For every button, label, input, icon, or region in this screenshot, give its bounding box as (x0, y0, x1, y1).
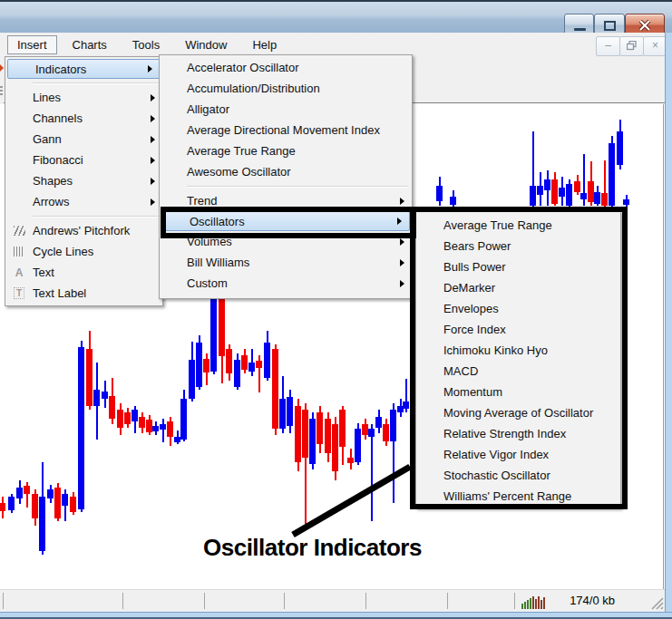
candle-body (86, 349, 93, 406)
menu-bar-item-insert[interactable]: Insert (7, 35, 57, 54)
candle-body (180, 399, 187, 440)
candle-body (368, 429, 375, 437)
arrow-tool-fragment-icon (0, 64, 4, 72)
menu-item-macd[interactable]: MACD (416, 361, 620, 382)
menu-item-arrows[interactable]: Arrows (5, 191, 162, 212)
menu-item-text[interactable]: AText (5, 262, 162, 283)
candle-wick (371, 424, 373, 521)
candle-body (234, 360, 240, 387)
candle-body (302, 410, 308, 458)
submenu-arrow-icon (151, 157, 155, 164)
mdi-close-button[interactable]: × (643, 36, 667, 56)
menu-item-awesome-oscillator[interactable]: Awesome Oscillator (160, 161, 412, 182)
menu-item-bears-power[interactable]: Bears Power (416, 236, 620, 256)
candle-body (450, 197, 456, 205)
menu-item-bulls-power[interactable]: Bulls Power (416, 256, 620, 277)
menu-item-label: Relative Strength Index (443, 427, 620, 440)
menu-item-bill-williams[interactable]: Bill Williams (160, 252, 412, 273)
menu-item-moving-average-of-oscillator[interactable]: Moving Average of Oscillator (416, 402, 620, 423)
menu-separator (5, 79, 162, 87)
candle-body (93, 390, 100, 406)
candle-body (362, 424, 368, 435)
menu-item-average-true-range[interactable]: Average True Range (160, 140, 412, 161)
candle-body (32, 494, 38, 518)
submenu-arrow-icon (151, 115, 155, 122)
menu-item-volumes[interactable]: Volumes (160, 231, 412, 252)
menu-item-relative-strength-index[interactable]: Relative Strength Index (416, 423, 620, 444)
menu-item-label: Trend (187, 194, 400, 208)
candle-body (295, 406, 301, 462)
menu-bar-item-help[interactable]: Help (242, 35, 287, 54)
candle-body (146, 420, 152, 432)
traffic-bars-icon (521, 595, 545, 609)
menu-item-cycle-lines[interactable]: Cycle Lines (5, 241, 162, 262)
mdi-minimize-button[interactable]: – (596, 36, 620, 56)
candle-body (309, 419, 316, 464)
menu-bar-item-window[interactable]: Window (175, 35, 237, 54)
menu-item-lines[interactable]: Lines (5, 87, 162, 108)
status-separator (204, 593, 205, 609)
candle-body (594, 192, 600, 204)
submenu-arrow-icon (148, 65, 152, 73)
menu-item-custom[interactable]: Custom (160, 273, 412, 294)
menu-item-alligator[interactable]: Alligator (160, 99, 412, 120)
window-border-bottom (0, 612, 672, 619)
annotation-label: Oscillator Indicators (203, 534, 422, 562)
menu-item-accelerator-oscillator[interactable]: Accelerator Oscillator (160, 57, 412, 78)
mdi-restore-button[interactable] (619, 36, 644, 56)
candle-body (241, 355, 248, 370)
resize-grip-icon[interactable] (651, 597, 665, 610)
menu-item-stochastic-oscillator[interactable]: Stochastic Oscillator (416, 465, 620, 486)
submenu-arrow-icon (397, 218, 402, 225)
candle-body (272, 349, 278, 429)
menu-item-demarker[interactable]: DeMarker (416, 277, 620, 298)
menu-bar-item-charts[interactable]: Charts (63, 35, 117, 54)
menu-item-trend[interactable]: Trend (160, 190, 412, 211)
candle-body (347, 458, 354, 463)
candle-body (248, 363, 255, 372)
candle-body (152, 426, 159, 431)
menu-item-fibonacci[interactable]: Fibonacci (5, 150, 162, 170)
menu-item-label: Momentum (443, 385, 620, 399)
candle-body (355, 429, 361, 462)
maximize-icon (604, 21, 616, 31)
menu-item-andrews-pitchfork[interactable]: Andrews' Pitchfork (5, 220, 162, 241)
menu-item-force-index[interactable]: Force Index (416, 319, 620, 340)
menu-bar-item-tools[interactable]: Tools (122, 35, 170, 54)
menu-item-williams-percent-range[interactable]: Williams' Percent Range (416, 486, 620, 507)
menu-item-average-true-range[interactable]: Average True Range (416, 215, 620, 236)
candle-body (131, 410, 138, 421)
status-separator (3, 593, 4, 609)
menu-item-channels[interactable]: Channels (5, 108, 162, 129)
menu-item-text-label[interactable]: TText Label (5, 283, 162, 304)
candle-body (16, 488, 23, 498)
candle-body (70, 497, 76, 512)
menu-item-ichimoku-kinko-hyo[interactable]: Ichimoku Kinko Hyo (416, 340, 620, 361)
menu-item-label: Envelopes (443, 302, 620, 315)
menu-item-shapes[interactable]: Shapes (5, 170, 162, 191)
menu-item-momentum[interactable]: Momentum (416, 382, 620, 402)
menu-item-gann[interactable]: Gann (5, 129, 162, 150)
menu-item-average-directional-movement-index[interactable]: Average Directional Movement Index (160, 120, 412, 140)
candle-body (24, 486, 30, 494)
menu-item-envelopes[interactable]: Envelopes (416, 298, 620, 319)
menu-item-label: Average True Range (187, 144, 412, 158)
candle-body (530, 186, 536, 206)
cycle-lines-icon (5, 247, 33, 256)
candle-body (580, 193, 587, 199)
menu-item-label: Alligator (187, 102, 412, 116)
candle-body (375, 417, 382, 428)
menu-separator (160, 182, 412, 190)
menu-item-oscillators[interactable]: Oscillators (161, 211, 410, 231)
candle-body (0, 503, 5, 511)
candle-body (574, 181, 580, 192)
tool-fragment-icon (0, 86, 3, 95)
menu-item-accumulation-distribution[interactable]: Accumulation/Distribution (160, 78, 412, 99)
candle-body (325, 419, 331, 453)
menu-item-relative-vigor-index[interactable]: Relative Vigor Index (416, 444, 620, 465)
candle-body (390, 410, 396, 441)
candle-body (196, 343, 202, 387)
menu-item-indicators[interactable]: Indicators (7, 59, 161, 79)
menu-item-label: Ichimoku Kinko Hyo (443, 343, 620, 357)
window-border-right (665, 33, 672, 619)
